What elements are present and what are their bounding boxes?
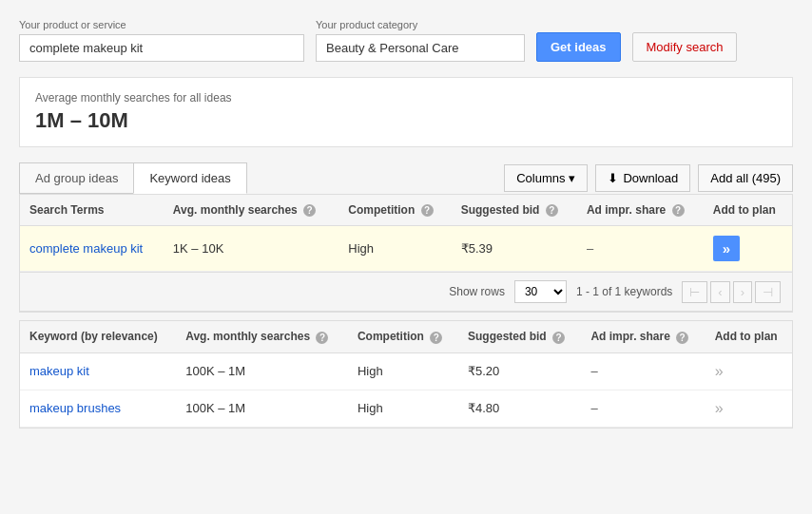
ki-avg-monthly-0: 100K – 1M xyxy=(176,352,348,390)
columns-label: Columns xyxy=(516,171,565,185)
ki-suggested-bid-0: ₹5.20 xyxy=(458,352,581,390)
tabs-toolbar: Ad group ideas Keyword ideas Columns ▾ ⬇… xyxy=(19,162,793,194)
search-term-link[interactable]: complete makeup kit xyxy=(29,241,143,256)
keyword-idea-row-1: makeup brushes 100K – 1M High ₹4.80 – » xyxy=(20,390,792,427)
first-page-button[interactable]: ⊢ xyxy=(682,281,707,303)
competition-cell-0: High xyxy=(338,226,451,272)
get-ideas-button[interactable]: Get ideas xyxy=(536,32,621,62)
search-terms-header-row: Search Terms Avg. monthly searches ? Com… xyxy=(20,195,792,226)
add-all-button[interactable]: Add all (495) xyxy=(698,164,793,192)
search-term-cell: complete makeup kit xyxy=(20,226,164,272)
col-add-plan-1: Add to plan xyxy=(704,195,792,226)
add-plan-cell-0: » xyxy=(704,226,792,272)
col-competition-1: Competition ? xyxy=(338,195,451,226)
add-to-plan-button-ki-1[interactable]: » xyxy=(715,400,724,417)
search-term-row-0: complete makeup kit 1K – 10K High ₹5.39 … xyxy=(20,226,792,272)
help-icon-bid-1[interactable]: ? xyxy=(546,204,558,217)
keyword-term-link-0[interactable]: makeup kit xyxy=(29,364,89,378)
modify-search-button[interactable]: Modify search xyxy=(632,32,738,62)
last-page-button[interactable]: ⊣ xyxy=(755,281,781,303)
keyword-ideas-header-row: Keyword (by relevance) Avg. monthly sear… xyxy=(20,321,792,352)
ki-avg-monthly-1: 100K – 1M xyxy=(176,390,348,427)
suggested-bid-cell-0: ₹5.39 xyxy=(452,226,577,272)
columns-button[interactable]: Columns ▾ xyxy=(504,164,588,192)
search-terms-table-section: Search Terms Avg. monthly searches ? Com… xyxy=(19,194,793,313)
ki-competition-0: High xyxy=(348,352,458,390)
add-to-plan-button-ki-0[interactable]: » xyxy=(715,363,724,380)
search-form: Your product or service Your product cat… xyxy=(19,19,793,62)
download-label: Download xyxy=(623,171,678,185)
help-icon-impr-2[interactable]: ? xyxy=(676,332,688,344)
tabs: Ad group ideas Keyword ideas xyxy=(19,162,247,194)
keyword-term-cell-0: makeup kit xyxy=(20,352,176,390)
pagination-buttons: ⊢ ‹ › ⊣ xyxy=(682,281,781,303)
stats-section: Average monthly searches for all ideas 1… xyxy=(19,77,793,147)
toolbar-right: Columns ▾ ⬇ Download Add all (495) xyxy=(504,164,793,192)
tab-keyword[interactable]: Keyword ideas xyxy=(133,162,246,194)
section-divider xyxy=(19,313,793,320)
ki-suggested-bid-1: ₹4.80 xyxy=(458,390,581,427)
prev-page-button[interactable]: ‹ xyxy=(710,281,729,303)
col-ad-impr-2: Ad impr. share ? xyxy=(581,321,705,352)
ki-add-plan-1: » xyxy=(706,390,792,427)
pagination-range: 1 - 1 of 1 keywords xyxy=(576,285,672,298)
next-page-button[interactable]: › xyxy=(733,281,752,303)
pagination-row: Show rows 30 50 100 1 - 1 of 1 keywords … xyxy=(20,272,792,312)
col-add-plan-2: Add to plan xyxy=(706,321,792,352)
category-label: Your product category xyxy=(316,19,525,30)
search-terms-table: Search Terms Avg. monthly searches ? Com… xyxy=(20,195,792,272)
tab-ad-group[interactable]: Ad group ideas xyxy=(19,162,133,194)
keyword-idea-row-0: makeup kit 100K – 1M High ₹5.20 – » xyxy=(20,352,792,390)
col-suggested-bid-2: Suggested bid ? xyxy=(458,321,581,352)
help-icon-comp-1[interactable]: ? xyxy=(421,204,434,217)
keyword-term-link-1[interactable]: makeup brushes xyxy=(29,401,121,415)
col-ad-impr-1: Ad impr. share ? xyxy=(577,195,704,226)
rows-select[interactable]: 30 50 100 xyxy=(514,280,567,303)
col-avg-monthly-2: Avg. monthly searches ? xyxy=(176,321,348,352)
ki-ad-impr-0: – xyxy=(581,352,705,390)
help-icon-comp-2[interactable]: ? xyxy=(430,332,442,344)
col-search-terms: Search Terms xyxy=(20,195,164,226)
product-label: Your product or service xyxy=(19,19,304,30)
product-input[interactable] xyxy=(19,34,304,62)
col-competition-2: Competition ? xyxy=(348,321,458,352)
keyword-ideas-table: Keyword (by relevance) Avg. monthly sear… xyxy=(20,321,792,427)
download-icon: ⬇ xyxy=(608,171,618,185)
col-suggested-bid-1: Suggested bid ? xyxy=(452,195,577,226)
ad-impr-cell-0: – xyxy=(577,226,704,272)
col-avg-monthly-1: Avg. monthly searches ? xyxy=(164,195,338,226)
help-icon-bid-2[interactable]: ? xyxy=(552,332,565,344)
chevron-down-icon: ▾ xyxy=(569,171,575,185)
keyword-ideas-table-section: Keyword (by relevance) Avg. monthly sear… xyxy=(19,320,793,428)
show-rows-label: Show rows xyxy=(449,285,505,298)
category-input[interactable] xyxy=(316,34,525,62)
stats-value: 1M – 10M xyxy=(35,108,777,133)
category-input-group: Your product category xyxy=(316,19,525,62)
avg-monthly-cell-0: 1K – 10K xyxy=(164,226,338,272)
download-button[interactable]: ⬇ Download xyxy=(595,164,690,192)
product-input-group: Your product or service xyxy=(19,19,304,62)
help-icon-avg-1[interactable]: ? xyxy=(303,204,316,217)
help-icon-avg-2[interactable]: ? xyxy=(316,332,328,344)
ki-competition-1: High xyxy=(348,390,458,427)
stats-label: Average monthly searches for all ideas xyxy=(35,91,777,105)
add-to-plan-button-0[interactable]: » xyxy=(713,236,740,261)
ki-add-plan-0: » xyxy=(706,352,792,390)
keyword-term-cell-1: makeup brushes xyxy=(20,390,176,427)
help-icon-impr-1[interactable]: ? xyxy=(672,204,685,217)
col-keyword-rel: Keyword (by relevance) xyxy=(20,321,176,352)
ki-ad-impr-1: – xyxy=(581,390,705,427)
